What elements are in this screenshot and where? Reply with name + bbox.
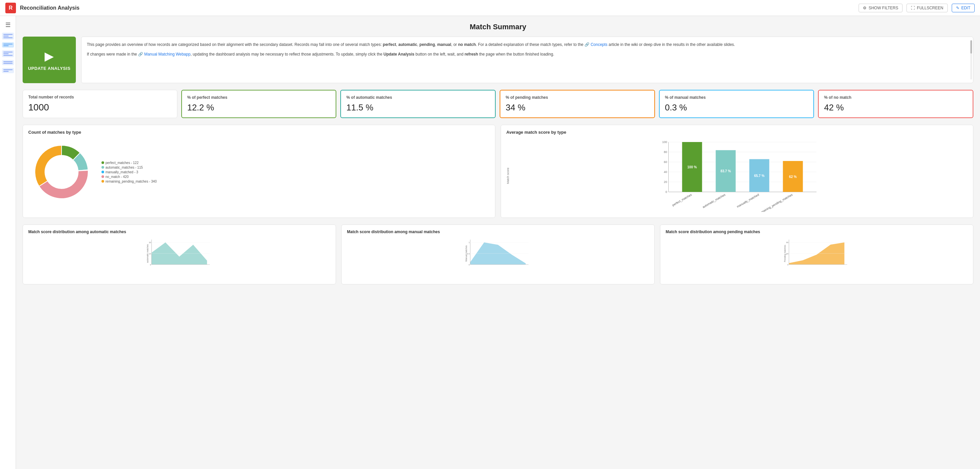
dist-ytick-0: 0: [150, 264, 151, 266]
bar-chart-title: Average match score by type: [506, 130, 968, 135]
topbar-left: R Reconciliation Analysis: [5, 3, 80, 13]
sidebar-item-3[interactable]: [2, 50, 14, 57]
y-tick: 100: [662, 140, 667, 144]
scrollbar-track[interactable]: [970, 40, 972, 79]
dist-card-1: Match score distribution among manual ma…: [341, 224, 655, 285]
sidebar-line: [3, 63, 13, 64]
legend-dot-4: [102, 180, 104, 183]
bar-label-3: 62 %: [789, 175, 797, 179]
concepts-link[interactable]: 🔗 Concepts: [584, 42, 608, 47]
stat-value-0: 1000: [28, 102, 172, 113]
bar-x-label-3: remaining_pending_matches: [758, 193, 793, 212]
fullscreen-icon: ⛶: [911, 6, 915, 10]
sidebar-item-4[interactable]: [2, 60, 14, 65]
stat-card-3: % of pending matches 34 %: [500, 90, 655, 118]
dist-ytick-1: 0.5: [467, 253, 470, 255]
dist-ytick-1: 0: [469, 264, 470, 266]
bar-label-0: 100 %: [687, 165, 697, 169]
stat-label-1: % of perfect matches: [187, 95, 331, 100]
dist-card-0: Match score distribution among automatic…: [22, 224, 336, 285]
legend-dot-0: [102, 161, 104, 164]
fullscreen-button[interactable]: ⛶ FULLSCREEN: [907, 4, 947, 12]
bar-x-label-2: manually_matched: [736, 193, 759, 208]
play-icon: ▶: [45, 49, 54, 63]
dist-title-1: Match score distribution among manual ma…: [347, 229, 649, 234]
topbar: R Reconciliation Analysis ⚙ SHOW FILTERS…: [0, 0, 980, 16]
stat-value-4: 0.3 %: [665, 102, 808, 113]
scrollbar-thumb: [970, 40, 972, 54]
stat-label-0: Total number of records: [28, 95, 172, 99]
legend-dot-2: [102, 171, 104, 173]
y-tick: 20: [663, 180, 667, 184]
legend-dot-1: [102, 166, 104, 169]
stat-card-1: % of perfect matches 12.2 %: [181, 90, 337, 118]
sidebar-line: [3, 61, 13, 62]
sidebar-line: [3, 36, 9, 37]
stat-label-4: % of manual matches: [665, 95, 808, 100]
dist-ytick-0: 15: [149, 253, 151, 255]
donut-segment-4: [35, 145, 62, 186]
edit-button[interactable]: ✎ EDIT: [952, 4, 975, 12]
y-tick: 80: [663, 150, 667, 154]
info-paragraph-1: This page provides an overview of how re…: [87, 41, 968, 48]
bar-y-label: Match score: [506, 168, 510, 184]
stat-label-3: % of pending matches: [506, 95, 649, 100]
top-section: ▶ UPDATE ANALYSIS This page provides an …: [22, 37, 974, 83]
main-content: Match Summary ▶ UPDATE ANALYSIS This pag…: [16, 16, 980, 469]
stat-value-3: 34 %: [506, 102, 649, 113]
manual-matching-link[interactable]: 🔗 Manual Matching Webapp: [138, 52, 191, 57]
donut-chart-title: Count of matches by type: [28, 130, 490, 135]
charts-row: Count of matches by type perfect_matches…: [22, 125, 974, 218]
dist-title-0: Match score distribution among automatic…: [28, 229, 330, 234]
dist-title-2: Match score distribution among pending m…: [666, 229, 968, 234]
dist-card-2: Match score distribution among pending m…: [660, 224, 974, 285]
stats-row: Total number of records 1000 % of perfec…: [22, 90, 974, 118]
donut-chart-content: perfect_matches - 122automatic_matches -…: [28, 139, 490, 206]
show-filters-button[interactable]: ⚙ SHOW FILTERS: [859, 4, 902, 12]
update-analysis-button[interactable]: ▶ UPDATE ANALYSIS: [22, 37, 76, 83]
legend-dot-3: [102, 175, 104, 178]
legend-text-1: automatic_matches - 115: [105, 165, 143, 169]
app-icon: R: [5, 3, 16, 13]
dist-ytick-0: 30: [149, 242, 151, 243]
bottom-charts-row: Match score distribution among automatic…: [22, 224, 974, 285]
legend-item-3: no_match - 420: [102, 175, 157, 179]
sidebar-line: [3, 71, 9, 72]
dist-ylabel-0: automatic matches: [146, 244, 149, 263]
stat-card-4: % of manual matches 0.3 %: [659, 90, 815, 118]
info-paragraph-2: If changes were made in the 🔗 Manual Mat…: [87, 51, 968, 57]
bar-chart-svg: 020406080100100 %perfect_matches83.7 %au…: [512, 139, 968, 212]
y-tick: 40: [663, 170, 667, 173]
legend-text-2: manually_matched - 3: [105, 170, 138, 174]
sidebar-line: [3, 55, 13, 56]
edit-icon: ✎: [956, 6, 959, 10]
stat-label-2: % of automatic matches: [346, 95, 490, 100]
stat-value-5: 42 %: [824, 102, 967, 113]
bar-chart-inner: 020406080100100 %perfect_matches83.7 %au…: [512, 139, 968, 213]
bar-label-2: 65.7 %: [754, 174, 764, 178]
sidebar: ☰: [0, 16, 16, 469]
app-title: Reconciliation Analysis: [20, 5, 80, 11]
hamburger-icon[interactable]: ☰: [4, 20, 12, 30]
sidebar-item-5[interactable]: [2, 68, 14, 73]
dist-ytick-1: 1: [469, 242, 470, 243]
dist-ytick-2: 40: [786, 253, 789, 255]
legend-item-1: automatic_matches - 115: [102, 165, 157, 169]
donut-svg-wrap: [28, 139, 95, 206]
sidebar-line: [3, 53, 9, 54]
page-title: Match Summary: [22, 22, 974, 31]
legend-item-4: remaining_pending_matches - 340: [102, 180, 157, 183]
sidebar-line: [3, 37, 13, 38]
sidebar-line: [3, 44, 13, 45]
layout: ☰ Match Summary ▶: [0, 16, 980, 469]
dist-ytick-2: 0: [788, 264, 789, 266]
bar-chart-content: Match score 020406080100100 %perfect_mat…: [506, 139, 968, 213]
sidebar-item-1[interactable]: [2, 33, 14, 40]
dist-ytick-2: 80: [786, 242, 789, 243]
sidebar-item-2[interactable]: [2, 42, 14, 48]
donut-chart-card: Count of matches by type perfect_matches…: [22, 125, 495, 218]
sidebar-line: [3, 45, 9, 46]
legend-text-3: no_match - 420: [105, 175, 129, 179]
legend-text-0: perfect_matches - 122: [105, 161, 139, 165]
sidebar-line: [3, 52, 13, 52]
